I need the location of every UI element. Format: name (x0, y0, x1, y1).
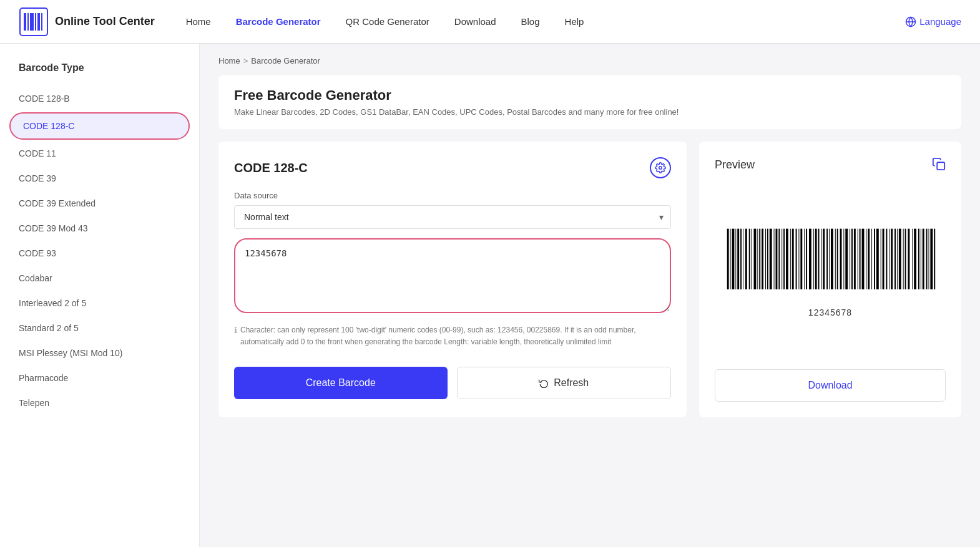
svg-rect-42 (813, 229, 814, 289)
globe-icon (905, 16, 916, 27)
page-title: Free Barcode Generator (234, 87, 946, 104)
svg-rect-85 (934, 229, 935, 289)
preview-panel-header: Preview (715, 157, 946, 173)
main-nav: Home Barcode Generator QR Code Generator… (186, 16, 961, 27)
svg-rect-54 (845, 229, 848, 289)
breadcrumb-current: Barcode Generator (251, 56, 320, 65)
svg-rect-32 (783, 229, 785, 289)
data-source-select[interactable]: Normal text Hex Base64 (234, 205, 671, 229)
svg-rect-18 (745, 229, 747, 289)
refresh-label: Refresh (554, 377, 589, 389)
refresh-button[interactable]: Refresh (457, 367, 672, 399)
main-layout: Barcode Type CODE 128-B CODE 128-C CODE … (0, 44, 980, 547)
barcode-image (721, 228, 939, 303)
svg-rect-81 (923, 229, 924, 289)
svg-rect-34 (790, 229, 791, 289)
nav-help[interactable]: Help (565, 16, 584, 27)
sidebar-item-standard25[interactable]: Standard 2 of 5 (0, 316, 199, 341)
header: Online Tool Center Home Barcode Generato… (0, 0, 980, 44)
nav-qr-code[interactable]: QR Code Generator (346, 16, 429, 27)
svg-rect-36 (796, 229, 797, 289)
svg-rect-69 (889, 229, 889, 289)
nav-home[interactable]: Home (186, 16, 211, 27)
info-icon: ℹ (234, 324, 237, 348)
sidebar-item-pharmacode[interactable]: Pharmacode (0, 365, 199, 390)
breadcrumb-home[interactable]: Home (218, 56, 240, 65)
barcode-label: 12345678 (808, 307, 852, 317)
svg-rect-26 (767, 229, 768, 289)
breadcrumb: Home > Barcode Generator (218, 56, 961, 65)
sidebar-item-code93[interactable]: CODE 93 (0, 241, 199, 266)
svg-rect-31 (782, 229, 782, 289)
svg-rect-3 (30, 13, 34, 31)
svg-rect-73 (899, 229, 901, 289)
svg-rect-77 (912, 229, 913, 289)
svg-rect-22 (757, 229, 758, 289)
svg-rect-21 (754, 229, 757, 289)
language-selector[interactable]: Language (905, 16, 961, 27)
page-subtitle: Make Linear Barcodes, 2D Codes, GS1 Data… (234, 107, 946, 117)
svg-rect-44 (818, 229, 820, 289)
download-button[interactable]: Download (715, 369, 946, 402)
svg-rect-50 (835, 229, 836, 289)
nav-barcode-generator[interactable]: Barcode Generator (236, 16, 321, 27)
button-row: Create Barcode Refresh (234, 367, 671, 399)
svg-rect-19 (749, 229, 750, 289)
svg-rect-65 (876, 229, 879, 289)
svg-rect-46 (823, 229, 825, 289)
svg-rect-79 (918, 229, 919, 289)
svg-rect-76 (908, 229, 909, 289)
svg-rect-83 (929, 229, 929, 289)
settings-icon-button[interactable] (650, 157, 671, 178)
sidebar-item-code39ext[interactable]: CODE 39 Extended (0, 191, 199, 216)
svg-rect-6 (41, 13, 42, 31)
svg-rect-20 (752, 229, 752, 289)
breadcrumb-separator: > (243, 56, 248, 65)
sidebar-item-code39mod43[interactable]: CODE 39 Mod 43 (0, 216, 199, 241)
svg-rect-43 (815, 229, 817, 289)
svg-rect-10 (937, 162, 944, 170)
refresh-icon (539, 378, 549, 388)
sidebar-item-code39[interactable]: CODE 39 (0, 166, 199, 191)
info-text-content: Character: can only represent 100 'two-d… (240, 324, 671, 348)
barcode-svg-container (721, 228, 939, 303)
svg-rect-45 (821, 229, 821, 289)
svg-rect-49 (831, 229, 833, 289)
svg-rect-16 (740, 229, 742, 289)
svg-rect-2 (27, 13, 29, 31)
nav-blog[interactable]: Blog (521, 16, 540, 27)
sidebar-item-code128b[interactable]: CODE 128-B (0, 86, 199, 111)
svg-rect-24 (762, 229, 763, 289)
sidebar-item-telepen[interactable]: Telepen (0, 390, 199, 415)
svg-rect-60 (862, 229, 865, 289)
svg-rect-1 (24, 13, 26, 31)
svg-rect-14 (735, 229, 736, 289)
svg-rect-56 (851, 229, 853, 289)
svg-rect-15 (737, 229, 739, 289)
nav-download[interactable]: Download (454, 16, 496, 27)
sidebar-item-msi-plessey[interactable]: MSI Plessey (MSI Mod 10) (0, 341, 199, 365)
sidebar-item-code11[interactable]: CODE 11 (0, 141, 199, 166)
svg-rect-40 (806, 229, 807, 289)
svg-rect-29 (776, 229, 778, 289)
svg-rect-51 (837, 229, 838, 289)
sidebar-item-interleaved25[interactable]: Interleaved 2 of 5 (0, 291, 199, 316)
svg-rect-35 (792, 229, 794, 289)
svg-rect-47 (826, 229, 828, 289)
svg-rect-71 (894, 229, 896, 289)
svg-rect-84 (930, 229, 933, 289)
svg-rect-72 (897, 229, 898, 289)
copy-icon-button[interactable] (932, 157, 946, 173)
create-barcode-button[interactable]: Create Barcode (234, 367, 448, 399)
svg-rect-78 (914, 229, 916, 289)
svg-rect-57 (854, 229, 856, 289)
svg-rect-38 (800, 229, 802, 289)
svg-rect-33 (786, 229, 788, 289)
sidebar-item-codabar[interactable]: Codabar (0, 266, 199, 291)
sidebar: Barcode Type CODE 128-B CODE 128-C CODE … (0, 44, 200, 547)
barcode-text-input[interactable]: 12345678 (234, 238, 671, 313)
svg-rect-55 (850, 229, 850, 289)
sidebar-item-code128c[interactable]: CODE 128-C (9, 112, 190, 140)
settings-icon-svg (655, 162, 666, 173)
svg-rect-59 (860, 229, 861, 289)
